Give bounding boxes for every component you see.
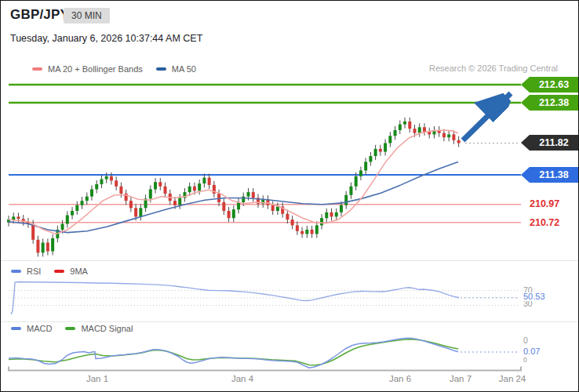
x-axis-tick: Jan 6 (389, 374, 411, 383)
research-credit: Research © 2026 Trading Central (429, 64, 558, 73)
support-level-label: 210.72 (530, 217, 559, 228)
x-axis-tick: Jan 7 (450, 374, 472, 383)
chart-canvas (1, 1, 579, 392)
resistance-level-tag: 212.63 (521, 77, 578, 93)
ma20-swatch-icon (32, 67, 42, 71)
pivot-level-tag: 211.38 (521, 167, 578, 183)
candlesticks (7, 118, 461, 257)
panel-separator (1, 260, 579, 261)
macd-legend: MACD MACD Signal (11, 324, 133, 333)
macd-signal-legend-label: MACD Signal (81, 324, 133, 333)
rsi-swatch-icon (11, 270, 21, 273)
macd-signal-swatch-icon (65, 327, 75, 330)
rsi-current-value: 50.53 (523, 292, 546, 301)
macd-lower-label: 0 (523, 356, 528, 365)
rsi-legend: RSI 9MA (11, 267, 88, 276)
resistance-level-tag: 212.38 (521, 95, 578, 111)
x-axis-tick: Jan 1 (86, 374, 108, 383)
ma20-legend-label: MA 20 + Bollinger Bands (48, 64, 143, 74)
macd-line (9, 338, 458, 368)
forecast-arrow (463, 93, 511, 140)
macd-upper-label: 0 (523, 336, 529, 345)
legend-item-9ma: 9MA (54, 267, 88, 276)
macd-swatch-icon (11, 327, 21, 330)
legend-item-ma20: MA 20 + Bollinger Bands (32, 64, 143, 74)
chart-datetime: Tuesday, January 6, 2026 10:37:44 AM CET (10, 33, 202, 44)
x-axis-tick: Jan 4 (231, 374, 253, 383)
legend-item-rsi: RSI (11, 267, 41, 276)
symbol-title: GBP/JPY (10, 7, 69, 23)
panel-separator (1, 321, 579, 322)
ma50-swatch-icon (156, 67, 166, 71)
ma50-legend-label: MA 50 (172, 64, 196, 74)
rsi-legend-label: RSI (27, 267, 41, 276)
nine-ma-legend-label: 9MA (70, 267, 88, 276)
macd-legend-label: MACD (27, 324, 52, 333)
last-price-tag: 211.82 (521, 135, 578, 151)
macd-current-value: 0.07 (523, 347, 541, 356)
legend-item-macd: MACD (11, 324, 52, 333)
x-axis-bracket (9, 367, 521, 371)
legend-item-ma50: MA 50 (156, 64, 196, 74)
x-axis-tick: Jan 24 (499, 374, 526, 383)
nine-ma-swatch-icon (54, 270, 64, 273)
main-legend: MA 20 + Bollinger Bands MA 50 (32, 64, 196, 74)
chart-widget: GBP/JPY 30 MIN Tuesday, January 6, 2026 … (0, 0, 579, 392)
legend-item-macd-signal: MACD Signal (65, 324, 133, 333)
timeframe-badge: 30 MIN (64, 8, 110, 24)
support-level-label: 210.97 (530, 198, 559, 209)
